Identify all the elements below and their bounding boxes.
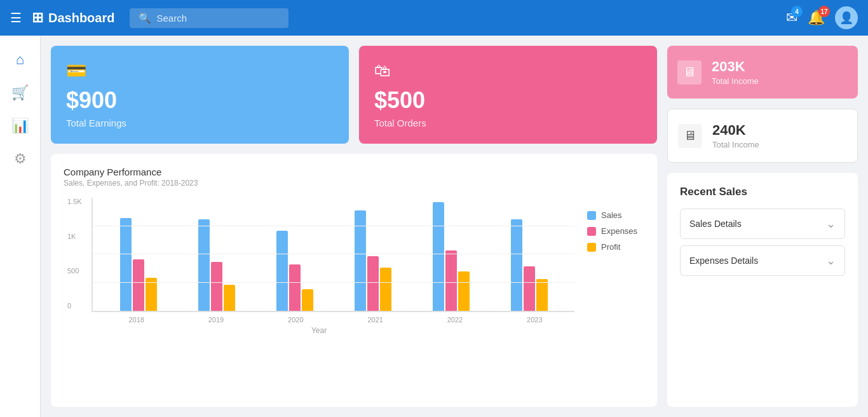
income-card-pink: 🖥 203K Total Income xyxy=(667,46,858,99)
header: ☰ ⊞ Dashboard 🔍 ✉ 4 🔔 17 👤 xyxy=(0,0,868,36)
bar-bar-pink-2020 xyxy=(289,264,301,311)
sidebar-item-settings[interactable]: ⚙ xyxy=(6,145,34,173)
orders-icon: 🛍 xyxy=(374,61,642,81)
x-label-2018: 2018 xyxy=(97,316,176,324)
bar-group-2023 xyxy=(491,219,567,311)
sidebar-item-home[interactable]: ⌂ xyxy=(6,46,34,74)
layout: ⌂ 🛒 📊 ⚙ 💳 $900 Total Earnings 🛍 $500 Tot… xyxy=(0,36,868,417)
x-label-2020: 2020 xyxy=(256,316,336,324)
bar-group-2022 xyxy=(413,202,489,311)
bar-bar-pink-2022 xyxy=(445,250,457,311)
earnings-card: 💳 $900 Total Earnings xyxy=(51,46,349,144)
legend-label-profit: Profit xyxy=(601,242,620,252)
accordion-sales-chevron: ⌄ xyxy=(826,217,836,231)
income-amount-2: 240K xyxy=(712,122,759,139)
income-info-pink: 203K Total Income xyxy=(712,58,759,86)
bar-bar-pink-2023 xyxy=(524,266,535,311)
logo-icon: ⊞ xyxy=(32,10,43,26)
avatar[interactable]: 👤 xyxy=(835,6,858,29)
bar-bar-orange-2023 xyxy=(536,279,548,311)
legend-profit: Profit xyxy=(587,242,644,252)
bar-bar-orange-2020 xyxy=(302,289,313,311)
sidebar-item-analytics[interactable]: 📊 xyxy=(6,112,34,140)
earnings-label: Total Earnings xyxy=(66,118,334,128)
income-info-gray: 240K Total Income xyxy=(712,122,759,149)
x-label-2021: 2021 xyxy=(336,316,415,324)
bar-bar-orange-2022 xyxy=(458,271,470,311)
bar-bar-blue-2023 xyxy=(511,219,522,311)
left-column: 💳 $900 Total Earnings 🛍 $500 Total Order… xyxy=(51,46,657,407)
bar-bar-blue-2019 xyxy=(198,219,210,311)
legend-label-sales: Sales xyxy=(601,210,622,220)
bar-group-2019 xyxy=(179,219,254,311)
income-icon-pink: 🖥 xyxy=(677,60,702,85)
orders-label: Total Orders xyxy=(374,118,642,128)
income-icon-gray: 🖥 xyxy=(678,124,702,148)
bar-bar-pink-2019 xyxy=(211,262,222,311)
menu-icon[interactable]: ☰ xyxy=(10,10,22,25)
x-label-2019: 2019 xyxy=(176,316,255,324)
bar-bar-pink-2018 xyxy=(133,259,144,311)
orders-amount: $500 xyxy=(374,87,642,114)
bar-group-2018 xyxy=(100,218,176,311)
chart-area: 1.5K 1K 500 0 xyxy=(92,198,574,312)
notifications-button[interactable]: 🔔 17 xyxy=(805,7,827,29)
header-logo: ⊞ Dashboard xyxy=(32,10,114,26)
accordion-expenses-header[interactable]: Expenses Details ⌄ xyxy=(681,246,844,275)
search-input[interactable] xyxy=(156,13,280,24)
legend-dot-expenses xyxy=(587,227,596,236)
right-column: 🖥 203K Total Income 🖥 240K Total Income … xyxy=(667,46,858,407)
sidebar-item-cart[interactable]: 🛒 xyxy=(6,79,34,107)
y-label: 500 xyxy=(67,267,82,275)
bar-chart-container: 1.5K 1K 500 0 201820192020202120222023 Y… xyxy=(64,198,644,335)
income-label-2: Total Income xyxy=(712,140,759,149)
header-title: Dashboard xyxy=(48,11,114,25)
chart-title: Company Performance xyxy=(64,167,644,177)
x-label-2022: 2022 xyxy=(415,316,494,324)
income-label-1: Total Income xyxy=(712,76,759,86)
bar-bar-pink-2021 xyxy=(367,256,379,311)
y-axis-labels: 1.5K 1K 500 0 xyxy=(67,198,82,311)
header-actions: ✉ 4 🔔 17 👤 xyxy=(783,6,858,29)
bar-bar-orange-2019 xyxy=(224,285,235,311)
bar-group-2020 xyxy=(257,231,332,311)
chart-legend: Sales Expenses Profit xyxy=(587,198,644,335)
legend-sales: Sales xyxy=(587,210,644,220)
bar-bar-orange-2018 xyxy=(146,278,157,311)
stat-cards-row: 💳 $900 Total Earnings 🛍 $500 Total Order… xyxy=(51,46,657,144)
mail-badge: 4 xyxy=(791,6,803,17)
accordion-sales-header[interactable]: Sales Details ⌄ xyxy=(681,209,844,238)
y-label: 1.5K xyxy=(67,198,82,205)
earnings-amount: $900 xyxy=(66,87,334,114)
legend-dot-profit xyxy=(587,243,596,252)
bar-bar-orange-2021 xyxy=(380,268,391,311)
earnings-icon: 💳 xyxy=(66,61,334,81)
x-axis-title: Year xyxy=(64,326,574,335)
orders-card: 🛍 $500 Total Orders xyxy=(359,46,657,144)
accordion-expenses-chevron: ⌄ xyxy=(826,254,836,268)
bar-chart: 1.5K 1K 500 0 201820192020202120222023 Y… xyxy=(64,198,574,335)
legend-label-expenses: Expenses xyxy=(601,226,637,236)
legend-expenses: Expenses xyxy=(587,226,644,236)
search-icon: 🔍 xyxy=(139,12,151,24)
bar-bar-blue-2020 xyxy=(276,231,288,311)
accordion-expenses-label: Expenses Details xyxy=(689,256,758,266)
y-label: 0 xyxy=(67,302,82,310)
recent-sales-title: Recent Sales xyxy=(680,186,845,198)
accordion-sales: Sales Details ⌄ xyxy=(680,208,845,239)
mail-button[interactable]: ✉ 4 xyxy=(783,7,800,29)
search-bar[interactable]: 🔍 xyxy=(130,8,288,28)
income-amount-1: 203K xyxy=(712,58,759,75)
income-card-white: 🖥 240K Total Income xyxy=(667,109,858,163)
accordion-sales-label: Sales Details xyxy=(689,219,742,229)
y-label: 1K xyxy=(67,233,82,240)
notif-badge: 17 xyxy=(818,6,830,17)
recent-sales-card: Recent Sales Sales Details ⌄ Expenses De… xyxy=(667,173,858,407)
main-content: 💳 $900 Total Earnings 🛍 $500 Total Order… xyxy=(41,36,868,417)
x-label-2023: 2023 xyxy=(495,316,574,324)
legend-dot-sales xyxy=(587,211,596,220)
accordion-expenses: Expenses Details ⌄ xyxy=(680,245,845,276)
bar-bar-blue-2022 xyxy=(433,202,444,311)
x-axis-labels: 201820192020202120222023 xyxy=(92,316,574,324)
chart-subtitle: Sales, Expenses, and Profit: 2018-2023 xyxy=(64,179,644,188)
